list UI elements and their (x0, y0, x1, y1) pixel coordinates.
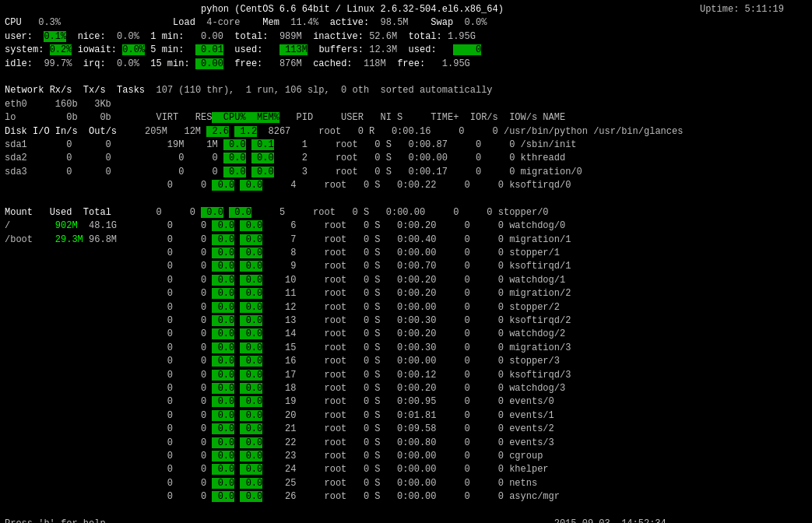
terminal-content: pyhon (CentOS 6.6 64bit / Linux 2.6.32-5… (5, 3, 807, 523)
terminal-window: pyhon (CentOS 6.6 64bit / Linux 2.6.32-5… (5, 3, 807, 523)
